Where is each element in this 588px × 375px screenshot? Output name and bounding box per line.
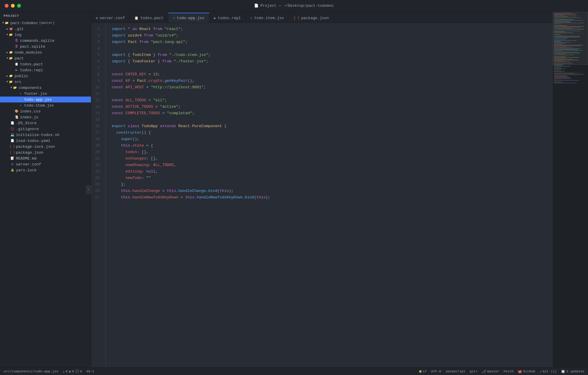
file-label: footer.jsx xyxy=(24,92,47,96)
file-icon: 📁 xyxy=(9,50,13,55)
status-fetch[interactable]: Fetch xyxy=(504,369,514,373)
line-number: 7 xyxy=(91,65,103,71)
sidebar-item-components[interactable]: ▼ 📂 components xyxy=(0,85,91,91)
file-label: .git xyxy=(14,27,24,31)
sidebar-item-pact-sqlite[interactable]: 🗄 pact.sqlite xyxy=(0,44,91,49)
sidebar-item-node_modules[interactable]: ▶ 📁 node_modules xyxy=(0,49,91,55)
line-number: 6 xyxy=(91,58,103,65)
sidebar-item-todos-repl[interactable]: ▶ todos.repl xyxy=(0,67,91,73)
tab-label: todos.pact xyxy=(140,16,163,20)
tab-label: todo-app.jsx xyxy=(177,16,204,20)
sidebar-item-index-css[interactable]: 🎨 index.css xyxy=(0,108,91,114)
tab-todos-pact[interactable]: 📋 todos.pact xyxy=(130,13,168,23)
token: ALL_TODOS xyxy=(126,98,146,102)
file-icon: 📄 xyxy=(10,121,15,125)
sidebar-item-readme[interactable]: 📝 README.md xyxy=(0,155,91,161)
file-label: public xyxy=(14,74,28,78)
sidebar-item-pact[interactable]: ▼ 📂 pact xyxy=(0,55,91,61)
file-label: server.conf xyxy=(16,162,41,167)
sidebar-item-package-json[interactable]: { } package.json xyxy=(0,150,91,155)
sidebar-item-index-js[interactable]: 📜 index.js xyxy=(0,114,91,120)
sidebar-item-root[interactable]: ▼ 📂 pact-todomvc [master] xyxy=(0,20,91,26)
file-icon: 📝 xyxy=(10,156,15,161)
minimize-button[interactable] xyxy=(11,4,15,8)
window-controls[interactable] xyxy=(5,4,21,8)
code-line: const ACTIVE_TODOS = "active"; xyxy=(112,104,547,110)
close-button[interactable] xyxy=(5,4,9,8)
code-line: export class TodoApp extends React.PureC… xyxy=(112,123,547,130)
sidebar-item-gitignore[interactable]: 🚫 .gitignore xyxy=(0,126,91,132)
token: const xyxy=(112,79,123,83)
sidebar-item-public[interactable]: ▶ 📁 public xyxy=(0,73,91,79)
file-icon: ⚛ xyxy=(18,97,23,102)
token: . xyxy=(162,79,165,83)
token: state xyxy=(132,143,144,148)
code-line: const ENTER_KEY = 13; xyxy=(112,71,547,78)
token: = xyxy=(160,189,167,193)
tab-server-conf[interactable]: ⚙ server.conf xyxy=(91,13,130,23)
sidebar-item-git[interactable]: ▶ 🐙 .git xyxy=(0,26,91,32)
status-errors[interactable]: ⚠ 0 ▲ 0 ⓘ 0 xyxy=(62,369,82,374)
file-label: pact xyxy=(14,56,24,61)
arrow-icon: ▼ xyxy=(6,80,8,83)
file-icon: { } xyxy=(10,150,15,155)
sidebar-item-footer-jsx[interactable]: ⚛ footer.jsx xyxy=(0,91,91,97)
sidebar-item-todos-pact[interactable]: 📋 todos.pact xyxy=(0,61,91,67)
status-position[interactable]: 49:1 xyxy=(86,369,94,373)
file-label: src xyxy=(14,80,21,84)
token xyxy=(149,40,151,44)
token: newTodo xyxy=(126,176,142,180)
code-line xyxy=(112,117,547,123)
line-number: 8 xyxy=(91,71,103,78)
status-github[interactable]: 🐙 GitHub xyxy=(518,369,535,374)
token xyxy=(171,59,174,64)
file-icon: { } xyxy=(10,144,15,149)
status-encoding[interactable]: UTF-8 xyxy=(431,369,441,373)
sidebar-item-todo-item-jsx[interactable]: ⚛ todo-item.jsx xyxy=(0,102,91,108)
sidebar-item-server-conf[interactable]: ⚙ server.conf xyxy=(0,161,91,167)
token: nowShowing xyxy=(126,163,149,167)
token: TodoApp xyxy=(141,124,158,128)
sidebar-item-initialize-todos[interactable]: 💻 initialize-todos.sh xyxy=(0,132,91,138)
file-icon: 📂 xyxy=(13,85,17,90)
tab-todo-item-jsx[interactable]: ⚛ todo-item.jsx xyxy=(246,13,289,23)
token: "" xyxy=(146,176,151,180)
sidebar-item-log[interactable]: ▼ 📂 log xyxy=(0,32,91,38)
status-language[interactable]: JavaScript xyxy=(445,369,466,373)
file-icon: 📂 xyxy=(9,32,13,37)
sidebar-item-load-todos[interactable]: 📄 load-todos.yaml xyxy=(0,138,91,144)
maximize-button[interactable] xyxy=(17,4,21,8)
token xyxy=(112,150,126,154)
token: API_HOST xyxy=(126,85,144,89)
token: = xyxy=(178,195,185,200)
status-filepath[interactable]: src/components/todo-app.jsx xyxy=(4,369,58,373)
sidebar-collapse-button[interactable]: ‹ xyxy=(86,185,91,194)
code-line: const KP = Pact.crypto.genKeyPair(); xyxy=(112,78,547,84)
tab-todos-repl[interactable]: ▶ todos.repl xyxy=(209,13,246,23)
tab-todo-app-jsx[interactable]: ⚛ todo-app.jsx xyxy=(168,13,209,23)
sidebar-item-ds-store[interactable]: 📄 .DS_Store xyxy=(0,120,91,126)
sidebar-item-yarn-lock[interactable]: 🔒 yarn.lock xyxy=(0,167,91,173)
token: from xyxy=(158,53,167,57)
sidebar-item-src[interactable]: ▼ 📂 src xyxy=(0,79,91,85)
token: crypto xyxy=(149,79,162,83)
line-number: 2 xyxy=(91,32,103,39)
tab-package-json[interactable]: { } package.json xyxy=(289,13,334,23)
token: bind xyxy=(208,189,217,193)
line-number: 10 xyxy=(91,84,103,91)
code-editor[interactable]: 1234567891011121314151617181920212223242… xyxy=(91,23,553,367)
token: : [], xyxy=(137,150,149,154)
code-lines: import * as React from "react";import uu… xyxy=(106,23,553,367)
status-git-type[interactable]: git+ xyxy=(470,369,478,373)
status-branch[interactable]: ⎇ master xyxy=(482,369,499,374)
arrow-icon: ▼ xyxy=(6,57,8,60)
token: KP xyxy=(126,79,130,83)
token: from xyxy=(139,40,149,44)
sidebar-item-package-lock[interactable]: { } package-lock.json xyxy=(0,144,91,150)
sidebar-item-commands-sqlite[interactable]: 🗄 commands.sqlite xyxy=(0,38,91,44)
status-updates[interactable]: 🔲 3 updates xyxy=(561,369,584,374)
line-number: 19 xyxy=(91,142,103,149)
sidebar-item-todo-app-jsx[interactable]: ⚛ todo-app.jsx xyxy=(0,97,91,102)
code-line: super(); xyxy=(112,136,547,142)
status-git-info[interactable]: ↗ Git (1) xyxy=(539,369,557,374)
